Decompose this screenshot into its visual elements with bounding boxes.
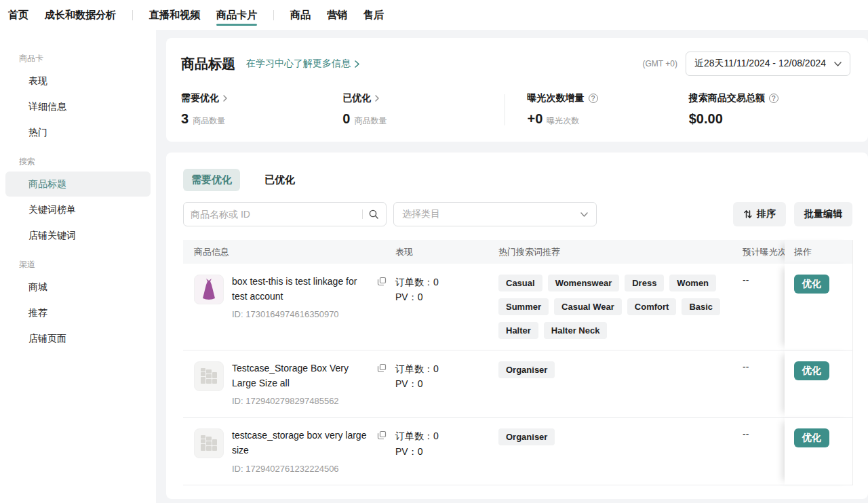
date-range-value: 近28天11/11/2024 - 12/08/2024 (694, 58, 826, 70)
search-term-tag: Casual (498, 275, 542, 291)
nav-item-product-card[interactable]: 商品卡片 (216, 0, 257, 30)
chevron-down-icon (580, 212, 588, 217)
category-select[interactable]: 选择类目 (393, 202, 597, 226)
sort-label: 排序 (757, 208, 776, 220)
sidebar-item-shop-page[interactable]: 店铺页面 (5, 326, 151, 351)
optimize-button[interactable]: 优化 (794, 275, 829, 294)
sidebar-item-trending[interactable]: 热门 (5, 120, 151, 145)
nav-item-live-video[interactable]: 直播和视频 (149, 0, 200, 30)
search-term-tag: Women (669, 275, 716, 291)
chevron-right-icon (355, 60, 359, 68)
sidebar-item-mall[interactable]: 商城 (5, 275, 151, 300)
divider (505, 94, 505, 125)
sidebar-item-recommend[interactable]: 推荐 (5, 300, 151, 325)
optimize-button[interactable]: 优化 (794, 428, 829, 447)
tab-bar: 需要优化 已优化 (183, 169, 868, 191)
table-header: 商品信息 表现 热门搜索词推荐 预计曝光次 操作 (183, 240, 853, 264)
stat-label-text: 曝光次数增量 (528, 92, 585, 104)
product-title: box test-this is test linkage for test a… (232, 275, 373, 304)
product-id: ID: 1730164974616350970 (232, 309, 387, 319)
sidebar-item-details[interactable]: 详细信息 (5, 94, 151, 119)
search-term-tags: Organiser (498, 350, 743, 417)
copy-icon[interactable] (377, 277, 387, 286)
sort-icon (743, 209, 753, 219)
optimize-button[interactable]: 优化 (794, 361, 829, 380)
stat-value: $0.00 (689, 111, 723, 127)
product-list-card: 需要优化 已优化 选择类目 (166, 153, 868, 499)
nav-item-growth-analytics[interactable]: 成长和数据分析 (45, 0, 116, 30)
divider (132, 10, 133, 20)
copy-icon[interactable] (377, 363, 387, 373)
search-term-tag: Halter Neck (544, 322, 608, 339)
stat-label-text: 需要优化 (181, 92, 219, 104)
stat-search-gmv: 搜索商品交易总额 ? $0.00 (689, 92, 850, 127)
learn-more-link[interactable]: 在学习中心了解更多信息 (246, 58, 359, 70)
stat-unit: 曝光次数 (547, 115, 579, 127)
page-title: 商品标题 (181, 55, 235, 73)
stat-value: 3 (181, 111, 189, 127)
sidebar-item-shop-keywords[interactable]: 店铺关键词 (5, 223, 151, 248)
pv-count: PV：0 (395, 444, 498, 459)
category-placeholder: 选择类目 (402, 208, 440, 220)
pv-count: PV：0 (395, 289, 498, 304)
product-image[interactable] (194, 275, 224, 304)
sidebar-section-product-card: 商品卡 (19, 53, 156, 64)
orders-count: 订单数：0 (395, 275, 498, 289)
table-row: box test-this is test linkage for test a… (183, 264, 853, 350)
nav-item-home[interactable]: 首页 (8, 0, 28, 30)
sidebar: 商品卡 表现 详细信息 热门 搜索 商品标题 关键词榜单 店铺关键词 渠道 商城… (0, 30, 156, 503)
product-title: Testcase_Storage Box Very Large Size all (232, 361, 373, 390)
product-search-input[interactable] (191, 209, 359, 220)
nav-item-products[interactable]: 商品 (290, 0, 311, 30)
product-search-box (183, 202, 387, 226)
help-icon[interactable]: ? (589, 94, 598, 103)
product-table: 商品信息 表现 热门搜索词推荐 预计曝光次 操作 box test-th (183, 240, 853, 485)
table-row: testcase_storage box very large size ID:… (183, 418, 853, 485)
stat-label-text: 搜索商品交易总额 (689, 92, 765, 104)
sort-button[interactable]: 排序 (733, 202, 786, 226)
sidebar-section-search: 搜索 (19, 156, 156, 167)
bulk-edit-label: 批量编辑 (804, 208, 842, 220)
search-icon[interactable] (368, 209, 379, 220)
product-title: testcase_storage box very large size (232, 428, 373, 458)
stat-value: +0 (528, 111, 543, 127)
tab-optimized[interactable]: 已优化 (264, 174, 295, 186)
sidebar-item-product-title[interactable]: 商品标题 (5, 172, 151, 197)
sidebar-item-performance[interactable]: 表现 (5, 68, 151, 94)
divider (273, 10, 274, 20)
stat-label[interactable]: 需要优化 (181, 92, 342, 104)
chevron-down-icon (834, 62, 842, 66)
search-term-tag: Organiser (498, 428, 555, 445)
stat-label[interactable]: 已优化 (342, 92, 504, 104)
product-image[interactable] (194, 361, 224, 391)
orders-count: 订单数：0 (395, 428, 498, 443)
search-term-tags: Casual Womenswear Dress Women Summer Cas… (498, 264, 743, 350)
help-icon[interactable]: ? (769, 94, 778, 103)
search-term-tag: Halter (498, 322, 538, 339)
summary-card: 商品标题 在学习中心了解更多信息 (GMT +0) 近28天11/11/2024… (166, 38, 868, 142)
est-exposure-value: -- (743, 350, 785, 417)
search-term-tags: Organiser (498, 418, 743, 484)
nav-item-marketing[interactable]: 营销 (327, 0, 347, 30)
chevron-right-icon (375, 95, 379, 102)
col-performance: 表现 (395, 246, 498, 258)
col-est-exposure: 预计曝光次 (743, 246, 785, 258)
chevron-right-icon (223, 95, 227, 102)
est-exposure-value: -- (743, 418, 785, 484)
date-range-select[interactable]: 近28天11/11/2024 - 12/08/2024 (686, 52, 850, 76)
copy-icon[interactable] (377, 430, 387, 440)
stat-label-text: 已优化 (342, 92, 371, 104)
bulk-edit-button[interactable]: 批量编辑 (794, 202, 852, 226)
main-content: 商品标题 在学习中心了解更多信息 (GMT +0) 近28天11/11/2024… (156, 30, 868, 503)
search-term-tag: Comfort (627, 298, 677, 315)
nav-item-after-sales[interactable]: 售后 (363, 0, 384, 30)
col-search-terms: 热门搜索词推荐 (498, 246, 743, 258)
search-term-tag: Basic (682, 298, 720, 315)
search-term-tag: Womenswear (548, 275, 620, 291)
pv-count: PV：0 (395, 376, 498, 391)
search-term-tag: Dress (625, 275, 664, 291)
tab-needs-optimization[interactable]: 需要优化 (183, 169, 240, 191)
sidebar-item-keyword-ranking[interactable]: 关键词榜单 (5, 197, 151, 222)
product-image[interactable] (194, 428, 224, 458)
sidebar-section-channel: 渠道 (19, 259, 156, 270)
